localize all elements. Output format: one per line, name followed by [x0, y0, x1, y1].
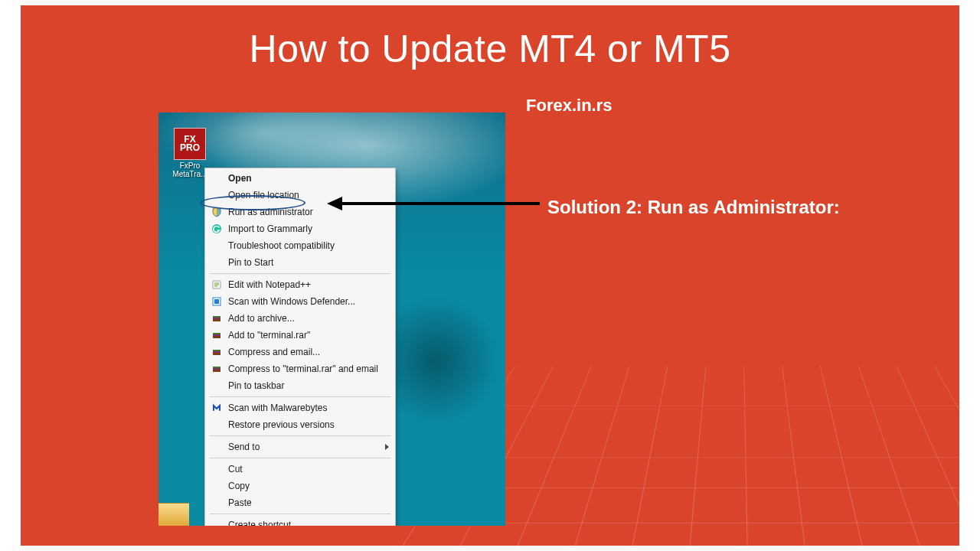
ctx-label: Add to "terminal.rar"	[228, 330, 389, 341]
shield-icon	[210, 206, 224, 218]
ctx-label: Run as administrator	[228, 207, 389, 218]
blank-icon	[210, 256, 224, 269]
ctx-label: Restore previous versions	[228, 419, 389, 431]
ctx-troubleshoot[interactable]: Troubleshoot compatibility	[205, 237, 395, 254]
winrar-icon	[210, 312, 224, 324]
ctx-create-shortcut[interactable]: Create shortcut	[205, 517, 395, 526]
chevron-right-icon	[385, 444, 389, 450]
ctx-send-to[interactable]: Send to	[205, 439, 395, 455]
ctx-separator	[210, 514, 390, 514]
svg-rect-14	[213, 367, 220, 368]
svg-rect-6	[213, 318, 220, 319]
ctx-label: Scan with Malwarebytes	[228, 403, 389, 414]
svg-rect-9	[213, 334, 220, 336]
ctx-separator	[210, 396, 390, 397]
ctx-import-grammarly[interactable]: Import to Grammarly	[205, 220, 395, 237]
ctx-label: Edit with Notepad++	[228, 279, 389, 291]
blank-icon	[210, 380, 224, 392]
ctx-label: Copy	[228, 481, 389, 492]
svg-rect-5	[213, 316, 220, 318]
ctx-label: Send to	[228, 442, 389, 453]
grammarly-icon	[210, 223, 224, 235]
svg-rect-15	[213, 368, 220, 370]
blank-icon	[210, 463, 224, 475]
ctx-compress-terminal-email[interactable]: Compress to "terminal.rar" and email	[205, 360, 395, 377]
ctx-edit-notepadpp[interactable]: Edit with Notepad++	[205, 276, 395, 293]
ctx-label: Open file location	[228, 190, 389, 201]
winrar-icon	[210, 346, 224, 358]
svg-rect-12	[213, 351, 220, 353]
blank-icon	[210, 441, 224, 453]
ctx-label: Compress and email...	[228, 347, 389, 358]
blank-icon	[210, 519, 224, 526]
context-menu: Open Open file location Run as administr…	[204, 168, 396, 526]
site-label: Forex.in.rs	[526, 96, 612, 116]
ctx-label: Add to archive...	[228, 313, 389, 324]
ctx-pin-start[interactable]: Pin to Start	[205, 254, 395, 271]
ctx-scan-defender[interactable]: Scan with Windows Defender...	[205, 293, 395, 310]
defender-icon	[210, 295, 224, 308]
ctx-copy[interactable]: Copy	[205, 478, 395, 494]
svg-rect-8	[213, 333, 220, 334]
ctx-separator	[210, 435, 390, 436]
ctx-run-as-admin[interactable]: Run as administrator	[205, 204, 395, 220]
ctx-label: Troubleshoot compatibility	[228, 240, 389, 252]
ctx-cut[interactable]: Cut	[205, 461, 395, 478]
ctx-label: Scan with Windows Defender...	[228, 296, 389, 308]
ctx-scan-malwarebytes[interactable]: Scan with Malwarebytes	[205, 399, 395, 416]
winrar-icon	[210, 363, 224, 375]
ctx-pin-taskbar[interactable]: Pin to taskbar	[205, 377, 395, 394]
taskbar-icon[interactable]	[158, 503, 189, 526]
ctx-label: Pin to Start	[228, 257, 389, 269]
logo-line2: PRO	[180, 144, 200, 152]
ctx-paste[interactable]: Paste	[205, 494, 395, 511]
blank-icon	[210, 419, 224, 431]
ctx-label: Cut	[228, 464, 389, 475]
blank-icon	[210, 480, 224, 492]
ctx-separator	[210, 273, 390, 274]
slide-title: How to Update MT4 or MT5	[21, 27, 959, 71]
fxpro-logo-icon: FX PRO	[174, 128, 206, 160]
blank-icon	[210, 172, 224, 184]
ctx-open-label: Open	[228, 173, 389, 184]
solution-label: Solution 2: Run as Administrator:	[547, 197, 840, 218]
ctx-open-file-location[interactable]: Open file location	[205, 187, 395, 204]
ctx-label: Paste	[228, 497, 389, 509]
slide: How to Update MT4 or MT5 Forex.in.rs Sol…	[21, 5, 959, 546]
blank-icon	[210, 240, 224, 252]
ctx-label: Create shortcut	[228, 520, 389, 527]
ctx-restore-versions[interactable]: Restore previous versions	[205, 416, 395, 433]
svg-rect-3	[214, 299, 219, 304]
ctx-separator	[210, 458, 390, 458]
winrar-icon	[210, 329, 224, 341]
ctx-label: Import to Grammarly	[228, 223, 389, 235]
svg-rect-11	[213, 350, 220, 351]
ctx-open[interactable]: Open	[205, 170, 395, 187]
desktop-screenshot: FX PRO FxPro MetaTra... Open Open file l…	[158, 112, 505, 526]
blank-icon	[210, 189, 224, 201]
ctx-add-terminal-rar[interactable]: Add to "terminal.rar"	[205, 327, 395, 344]
malwarebytes-icon	[210, 402, 224, 414]
ctx-label: Pin to taskbar	[228, 380, 389, 392]
ctx-label: Compress to "terminal.rar" and email	[228, 364, 389, 375]
ctx-add-archive[interactable]: Add to archive...	[205, 310, 395, 327]
ctx-compress-email[interactable]: Compress and email...	[205, 344, 395, 360]
blank-icon	[210, 497, 224, 509]
notepadpp-icon	[210, 279, 224, 291]
